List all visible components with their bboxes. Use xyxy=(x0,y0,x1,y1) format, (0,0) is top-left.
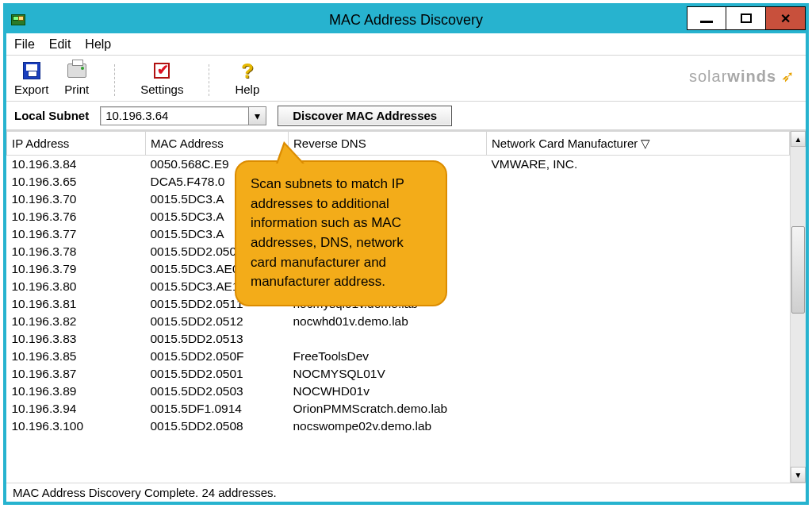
cell-ip: 10.196.3.100 xyxy=(7,418,146,435)
question-icon: ? xyxy=(241,60,254,81)
cell-mfr xyxy=(487,313,790,330)
scroll-track[interactable] xyxy=(791,147,806,467)
table-row[interactable]: 10.196.3.850015.5DD2.050FFreeToolsDev xyxy=(7,348,790,365)
cell-mfr xyxy=(487,278,790,295)
cell-ip: 10.196.3.78 xyxy=(7,243,146,260)
cell-ip: 10.196.3.79 xyxy=(7,260,146,278)
toolbar-separator xyxy=(114,64,115,96)
cell-dns: NOCWHD01v xyxy=(289,383,487,400)
status-text: MAC Address Discovery Complete. 24 addre… xyxy=(13,486,277,499)
cell-dns: nocwhd01v.demo.lab xyxy=(289,313,487,330)
cell-ip: 10.196.3.87 xyxy=(7,365,146,383)
cell-ip: 10.196.3.81 xyxy=(7,295,146,313)
table-row[interactable]: 10.196.3.1000015.5DD2.0508nocswompe02v.d… xyxy=(7,418,790,435)
statusbar: MAC Address Discovery Complete. 24 addre… xyxy=(6,483,806,502)
export-button[interactable]: Export xyxy=(14,60,48,96)
maximize-button[interactable] xyxy=(726,6,766,30)
close-button[interactable]: ✕ xyxy=(766,6,806,30)
cell-ip: 10.196.3.70 xyxy=(7,190,146,208)
table-row[interactable]: 10.196.3.940015.5DF1.0914OrionPMMScratch… xyxy=(7,400,790,418)
cell-ip: 10.196.3.84 xyxy=(7,156,146,173)
cell-mfr xyxy=(487,190,790,208)
col-header-ip[interactable]: IP Address xyxy=(7,132,146,156)
cell-mfr: VMWARE, INC. xyxy=(487,156,790,173)
window-controls: ✕ xyxy=(687,6,806,30)
scroll-up-button[interactable]: ▲ xyxy=(791,131,806,147)
cell-ip: 10.196.3.76 xyxy=(7,208,146,225)
table-row[interactable]: 10.196.3.820015.5DD2.0512nocwhd01v.demo.… xyxy=(7,313,790,330)
printer-icon xyxy=(67,64,86,78)
table-row[interactable]: 10.196.3.890015.5DD2.0503NOCWHD01v xyxy=(7,383,790,400)
maximize-icon xyxy=(741,13,752,23)
cell-mac: 0015.5DD2.0501 xyxy=(146,365,289,383)
discover-button[interactable]: Discover MAC Addresses xyxy=(278,106,452,126)
cell-dns: OrionPMMScratch.demo.lab xyxy=(289,400,487,418)
swoosh-icon: ➶ xyxy=(781,67,795,86)
col-header-mac[interactable]: MAC Address xyxy=(146,132,289,156)
cell-mfr xyxy=(487,260,790,278)
cell-ip: 10.196.3.85 xyxy=(7,348,146,365)
app-icon xyxy=(11,14,25,25)
cell-mfr xyxy=(487,348,790,365)
brand-logo: solarwinds ➶ xyxy=(689,67,795,86)
cell-ip: 10.196.3.89 xyxy=(7,383,146,400)
cell-mfr xyxy=(487,225,790,243)
save-icon xyxy=(23,62,40,79)
cell-ip: 10.196.3.65 xyxy=(7,173,146,190)
menu-edit[interactable]: Edit xyxy=(49,37,71,52)
cell-dns: FreeToolsDev xyxy=(289,348,487,365)
cell-dns: nocswompe02v.demo.lab xyxy=(289,418,487,435)
cell-mfr xyxy=(487,173,790,190)
brand-text-light: solar xyxy=(689,67,727,85)
cell-ip: 10.196.3.77 xyxy=(7,225,146,243)
minimize-button[interactable] xyxy=(687,6,726,30)
cell-dns xyxy=(289,330,487,348)
cell-mac: 0015.5DD2.0508 xyxy=(146,418,289,435)
print-label: Print xyxy=(64,83,89,96)
table-row[interactable]: 10.196.3.830015.5DD2.0513 xyxy=(7,330,790,348)
help-label: Help xyxy=(235,83,259,96)
window-title: MAC Address Discovery xyxy=(6,12,806,29)
cell-ip: 10.196.3.80 xyxy=(7,278,146,295)
settings-button[interactable]: Settings xyxy=(140,60,183,96)
cell-ip: 10.196.3.83 xyxy=(7,330,146,348)
cell-mac: 0015.5DD2.050F xyxy=(146,348,289,365)
toolbar-separator xyxy=(209,64,209,96)
help-button[interactable]: ? Help xyxy=(235,60,259,96)
cell-mfr xyxy=(487,208,790,225)
cell-mfr xyxy=(487,418,790,435)
cell-ip: 10.196.3.94 xyxy=(7,400,146,418)
cell-mfr xyxy=(487,295,790,313)
titlebar[interactable]: MAC Address Discovery ✕ xyxy=(6,6,806,33)
subnet-select[interactable]: 10.196.3.64 ▾ xyxy=(100,106,266,125)
col-header-mfr[interactable]: Network Card Manufacturer ▽ xyxy=(487,132,790,156)
export-label: Export xyxy=(14,83,48,96)
chevron-down-icon: ▾ xyxy=(248,107,266,125)
settings-label: Settings xyxy=(140,83,183,96)
vertical-scrollbar[interactable]: ▲ ▼ xyxy=(790,131,806,483)
cell-mac: 0015.5DD2.0513 xyxy=(146,330,289,348)
checkmark-icon xyxy=(154,63,170,79)
cell-mfr xyxy=(487,330,790,348)
table-row[interactable]: 10.196.3.870015.5DD2.0501NOCMYSQL01V xyxy=(7,365,790,383)
scroll-thumb[interactable] xyxy=(791,226,805,314)
cell-mac: 0015.5DD2.0512 xyxy=(146,313,289,330)
callout-text: Scan subnets to match IP addresses to ad… xyxy=(251,176,404,289)
cell-mfr xyxy=(487,243,790,260)
scroll-down-button[interactable]: ▼ xyxy=(791,467,806,483)
info-callout: Scan subnets to match IP addresses to ad… xyxy=(235,160,447,306)
cell-mac: 0015.5DD2.0503 xyxy=(146,383,289,400)
app-window: MAC Address Discovery ✕ File Edit Help E… xyxy=(3,3,809,505)
cell-ip: 10.196.3.82 xyxy=(7,313,146,330)
subnet-select-value: 10.196.3.64 xyxy=(101,107,248,125)
cell-dns: NOCMYSQL01V xyxy=(289,365,487,383)
cell-mac: 0015.5DF1.0914 xyxy=(146,400,289,418)
col-header-dns[interactable]: Reverse DNS xyxy=(289,132,487,156)
menu-help[interactable]: Help xyxy=(85,37,111,52)
cell-mfr xyxy=(487,400,790,418)
print-button[interactable]: Print xyxy=(64,60,89,96)
cell-mfr xyxy=(487,383,790,400)
minimize-icon xyxy=(700,21,713,23)
filterbar: Local Subnet 10.196.3.64 ▾ Discover MAC … xyxy=(6,102,806,130)
menu-file[interactable]: File xyxy=(14,37,35,52)
